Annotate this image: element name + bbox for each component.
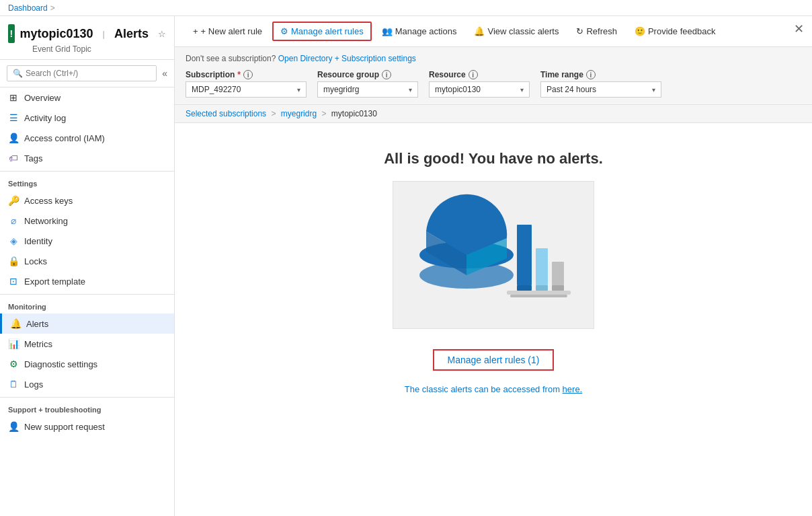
pin-icon[interactable]: ☆ — [158, 29, 166, 39]
svg-rect-3 — [517, 285, 532, 291]
manage-alert-rules-button[interactable]: ⚙ Manage alert rules — [272, 22, 372, 41]
search-input[interactable] — [26, 69, 151, 78]
refresh-button[interactable]: ↻ Refresh — [569, 22, 624, 40]
resource-info-icon[interactable]: i — [469, 70, 478, 79]
nav-identity-label: Identity — [24, 236, 52, 246]
search-container: 🔍 « — [0, 60, 174, 87]
nav-activity-log[interactable]: ☰ Activity log — [0, 108, 174, 128]
gear-icon: ⚙ — [280, 26, 288, 36]
classic-alerts-link[interactable]: here. — [563, 384, 583, 394]
collapse-button[interactable]: « — [162, 68, 167, 79]
nav-tags-label: Tags — [24, 153, 42, 163]
nav-locks[interactable]: 🔒 Locks — [0, 251, 174, 271]
access-keys-icon: 🔑 — [8, 195, 19, 206]
view-classic-alerts-button[interactable]: 🔔 View classic alerts — [466, 22, 566, 40]
svg-rect-7 — [552, 285, 564, 291]
breadcrumb-dashboard[interactable]: Dashboard — [8, 3, 48, 13]
no-sub-message: Don't see a subscription? Open Directory… — [186, 54, 801, 63]
nav-logs-label: Logs — [24, 379, 43, 390]
smiley-icon: 🙂 — [635, 26, 645, 36]
directory-subscription-link[interactable]: Open Directory + Subscription settings — [278, 54, 416, 63]
support-icon: 👤 — [8, 421, 19, 432]
logs-icon: 🗒 — [8, 379, 19, 390]
classic-alerts-text: The classic alerts can be accessed from … — [405, 384, 582, 394]
svg-rect-9 — [510, 295, 567, 297]
close-button[interactable]: ✕ — [794, 22, 804, 36]
nav-export-template[interactable]: ⊡ Export template — [0, 271, 174, 291]
nav-locks-label: Locks — [24, 256, 47, 266]
export-template-icon: ⊡ — [8, 276, 19, 287]
svg-rect-5 — [536, 285, 548, 291]
access-control-icon: 👤 — [8, 133, 19, 143]
refresh-icon: ↻ — [576, 26, 583, 36]
subscription-dropdown[interactable]: MDP_492270 ▾ — [186, 81, 307, 98]
nav-identity[interactable]: ◈ Identity — [0, 231, 174, 251]
nav-alerts-label: Alerts — [26, 319, 48, 329]
resource-header: ! mytopic0130 | Alerts ☆ Event Grid Topi… — [0, 16, 174, 60]
time-range-info-icon[interactable]: i — [586, 70, 596, 79]
manage-actions-label: Manage actions — [395, 26, 457, 36]
resource-chevron: ▾ — [520, 86, 524, 94]
path-rg[interactable]: myegridrg — [281, 109, 317, 118]
resource-filter-group: Resource i mytopic0130 ▾ — [429, 70, 530, 98]
subscription-value: MDP_492270 — [192, 85, 241, 94]
plus-icon: + — [193, 26, 198, 36]
nav-tags[interactable]: 🏷 Tags — [0, 148, 174, 168]
path-resource: mytopic0130 — [331, 109, 377, 118]
svg-rect-2 — [517, 225, 532, 285]
networking-icon: ⌀ — [8, 215, 19, 226]
breadcrumb-separator: > — [50, 3, 55, 13]
tags-icon: 🏷 — [8, 153, 19, 163]
resource-group-chevron: ▾ — [409, 86, 412, 94]
resource-group-dropdown[interactable]: myegridrg ▾ — [317, 81, 418, 98]
nav-access-control[interactable]: 👤 Access control (IAM) — [0, 128, 174, 148]
filter-row: Subscription * i MDP_492270 ▾ Resource g… — [186, 70, 801, 98]
nav-diagnostic-settings-label: Diagnostic settings — [24, 359, 97, 369]
filters-area: Don't see a subscription? Open Directory… — [175, 47, 812, 105]
subscription-info-icon[interactable]: i — [243, 70, 253, 79]
manage-actions-button[interactable]: 👥 Manage actions — [374, 22, 464, 40]
diagnostic-settings-icon: ⚙ — [8, 359, 19, 369]
nav-new-support-request[interactable]: 👤 New support request — [0, 416, 174, 437]
resource-group-info-icon[interactable]: i — [382, 70, 391, 79]
nav-networking[interactable]: ⌀ Networking — [0, 211, 174, 231]
nav-overview[interactable]: ⊞ Overview — [0, 87, 174, 108]
path-breadcrumb: Selected subscriptions > myegridrg > myt… — [175, 105, 812, 123]
new-alert-rule-label: + New alert rule — [201, 26, 262, 36]
path-selected-subs[interactable]: Selected subscriptions — [186, 109, 266, 118]
search-box[interactable]: 🔍 — [7, 65, 157, 81]
svg-rect-8 — [507, 291, 571, 295]
chart-svg — [406, 188, 581, 322]
nav-export-template-label: Export template — [24, 277, 85, 287]
required-star: * — [237, 70, 241, 79]
nav-networking-label: Networking — [24, 216, 68, 226]
main-content: + + New alert rule ⚙ Manage alert rules … — [175, 16, 812, 516]
svg-rect-6 — [552, 262, 564, 285]
nav-access-keys[interactable]: 🔑 Access keys — [0, 190, 174, 211]
manage-alert-rules-link[interactable]: Manage alert rules (1) — [433, 349, 555, 371]
sidebar: ! mytopic0130 | Alerts ☆ Event Grid Topi… — [0, 16, 175, 516]
resource-dropdown[interactable]: mytopic0130 ▾ — [429, 81, 530, 98]
resource-group-filter-group: Resource group i myegridrg ▾ — [317, 70, 418, 98]
time-range-value: Past 24 hours — [546, 85, 596, 94]
bell-icon: 🔔 — [474, 26, 485, 36]
time-range-filter-group: Time range i Past 24 hours ▾ — [540, 70, 661, 98]
activity-log-icon: ☰ — [8, 112, 19, 123]
subscription-chevron: ▾ — [297, 86, 300, 94]
nav-access-control-label: Access control (IAM) — [24, 133, 105, 143]
monitoring-section-header: Monitoring — [0, 294, 174, 314]
feedback-label: Provide feedback — [648, 26, 715, 36]
nav-metrics[interactable]: 📊 Metrics — [0, 334, 174, 354]
nav-diagnostic-settings[interactable]: ⚙ Diagnostic settings — [0, 354, 174, 374]
alerts-icon: 🔔 — [10, 318, 21, 329]
time-range-dropdown[interactable]: Past 24 hours ▾ — [540, 81, 661, 98]
nav-logs[interactable]: 🗒 Logs — [0, 374, 174, 394]
feedback-button[interactable]: 🙂 Provide feedback — [627, 22, 723, 40]
new-alert-rule-button[interactable]: + + New alert rule — [186, 22, 270, 40]
identity-icon: ◈ — [8, 235, 19, 246]
manage-alert-rules-label: Manage alert rules — [291, 26, 364, 36]
nav-alerts[interactable]: 🔔 Alerts — [0, 314, 174, 334]
locks-icon: 🔒 — [8, 256, 19, 266]
settings-section-header: Settings — [0, 171, 174, 190]
resource-value: mytopic0130 — [435, 85, 481, 94]
